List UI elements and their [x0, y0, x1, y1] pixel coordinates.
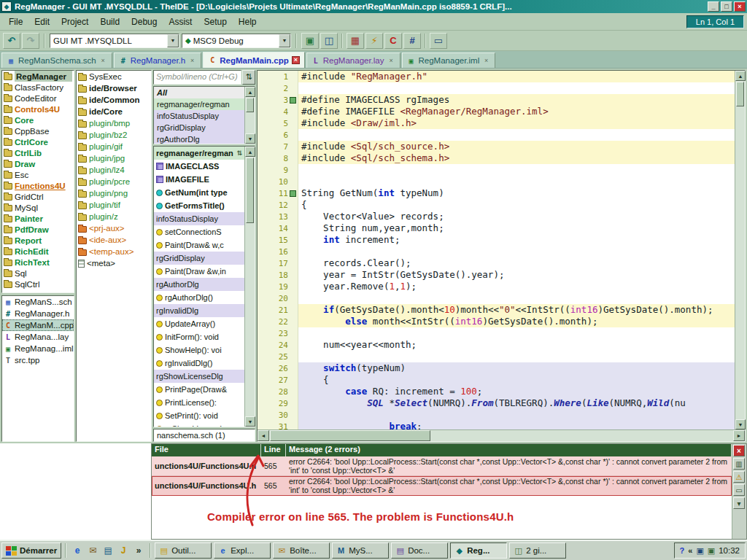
file-regmans-sch[interactable]: ▦RegManS...sch: [2, 296, 74, 308]
menu-debug[interactable]: Debug: [125, 15, 163, 29]
symbol-printpage-draw[interactable]: PrintPage(Draw&: [154, 383, 244, 396]
uses-sysexec[interactable]: SysExec: [77, 71, 151, 82]
package-regmanager[interactable]: RegManager: [2, 71, 74, 82]
symbol-printlicense[interactable]: PrintLicense():: [154, 396, 244, 409]
line-gutter[interactable]: 11: [258, 187, 298, 199]
task-expl[interactable]: eExpl...: [214, 542, 271, 559]
uses-plugin-pcre[interactable]: plugin/pcre: [77, 176, 151, 187]
chevron-down-icon[interactable]: ▼: [279, 34, 290, 47]
tab-regmanager-h[interactable]: #RegManager.h×: [114, 52, 201, 68]
scrollbar-thumb[interactable]: [736, 82, 744, 106]
line-gutter[interactable]: 28: [258, 386, 298, 397]
uses-ide-common[interactable]: ide/Common: [77, 94, 151, 106]
symbol-getformstitle[interactable]: GetFormsTitle(): [154, 199, 244, 212]
code-line[interactable]: 15 int increment;: [258, 234, 735, 246]
package-core[interactable]: Core: [2, 114, 74, 125]
symbol-setconnections[interactable]: setConnectionS: [154, 225, 244, 238]
package-ctrllib[interactable]: CtrlLib: [2, 147, 74, 158]
package-codeeditor[interactable]: CodeEditor: [2, 93, 74, 104]
task-mys[interactable]: MMyS...: [332, 542, 389, 559]
menu-edit[interactable]: Edit: [28, 15, 55, 29]
symbol-rgshowlicensel[interactable]: rgShowLicenseL: [154, 422, 244, 427]
file-regmana-lay[interactable]: LRegMana...lay: [2, 331, 74, 343]
tab-regmanschema-sch[interactable]: ▦RegManSchema.sch×: [1, 52, 112, 68]
scrollbar-thumb[interactable]: [246, 98, 254, 112]
scroll-up-icon[interactable]: ▲: [245, 87, 255, 97]
task-boite[interactable]: ✉Boîte...: [273, 542, 330, 559]
symbol-paint-draw-w-in[interactable]: Paint(Draw &w,in: [154, 265, 244, 278]
task-reg[interactable]: ◆Reg...: [450, 542, 507, 559]
symbol-setprint-void[interactable]: SetPrint(): void: [154, 409, 244, 422]
close-tab-icon[interactable]: ×: [482, 57, 490, 65]
build-method-combo[interactable]: ◆ MSC9 Debug ▼: [182, 34, 291, 48]
display-tray-icon[interactable]: ▣: [696, 546, 703, 556]
network-tray-icon[interactable]: ▣: [708, 546, 715, 556]
line-gutter[interactable]: 3: [258, 94, 298, 106]
line-gutter[interactable]: 25: [258, 351, 298, 362]
editor-lines[interactable]: 1#include "RegManager.h"23#define IMAGEC…: [258, 71, 735, 429]
package-pdfdraw[interactable]: PdfDraw: [2, 224, 74, 235]
error-row[interactable]: unctions4U/Functions4U.h565error C2664: …: [152, 476, 732, 496]
close-panel-icon[interactable]: ×: [733, 445, 745, 456]
desktop-quicklaunch-icon[interactable]: ▤: [101, 543, 115, 558]
line-gutter[interactable]: 29: [258, 397, 298, 409]
line-gutter[interactable]: 1: [258, 71, 298, 82]
scroll-down-icon[interactable]: ▼: [245, 133, 255, 144]
uses-plugin-bz2[interactable]: plugin/bz2: [77, 129, 151, 141]
uses-plugin-tif[interactable]: plugin/tif: [77, 199, 151, 211]
scroll-down-icon[interactable]: ▼: [245, 416, 255, 427]
line-gutter[interactable]: 26: [258, 362, 298, 374]
mail-quicklaunch-icon[interactable]: ✉: [85, 543, 100, 558]
package-gridctrl[interactable]: GridCtrl: [2, 191, 74, 202]
package-richtext[interactable]: RichText: [2, 257, 74, 268]
code-line[interactable]: 9: [258, 164, 735, 176]
task-2gi[interactable]: ◫2 gi...: [509, 542, 566, 559]
main-package-combo[interactable]: GUI MT .MYSQLDLL ▼: [50, 34, 179, 48]
copy-errors-icon[interactable]: ▥: [733, 458, 745, 470]
code-line[interactable]: 4#define IMAGEFILE <RegManager/RegManage…: [258, 106, 735, 117]
scope-infostatusdisplay[interactable]: infoStatusDisplay: [154, 110, 244, 122]
code-line[interactable]: 6: [258, 129, 735, 141]
line-gutter[interactable]: 20: [258, 292, 298, 304]
scroll-right-icon[interactable]: ►: [733, 430, 745, 441]
code-browser-icon[interactable]: ◫: [320, 33, 338, 49]
scrollbar-thumb[interactable]: [270, 430, 430, 441]
code-line[interactable]: 1#include "RegManager.h": [258, 71, 735, 82]
line-gutter[interactable]: 17: [258, 257, 298, 269]
uses-plugin-gif[interactable]: plugin/gif: [77, 141, 151, 152]
console-output-icon[interactable]: ▭: [733, 484, 745, 496]
compile-c-icon[interactable]: C: [384, 33, 402, 49]
line-gutter[interactable]: 7: [258, 141, 298, 152]
menu-build[interactable]: Build: [94, 15, 125, 29]
redo-icon[interactable]: ↷: [22, 33, 39, 49]
console-window-icon[interactable]: ▭: [430, 33, 447, 49]
build-icon[interactable]: ▦: [347, 33, 364, 49]
editor-hscrollbar[interactable]: ◄ ►: [258, 429, 745, 441]
code-line[interactable]: 3#define IMAGECLASS rgImages: [258, 94, 735, 106]
symbol-paint-draw-w-c[interactable]: Paint(Draw& w,c: [154, 238, 244, 252]
symbol-showhelp-voi[interactable]: ShowHelp(): voi: [154, 343, 244, 357]
code-line[interactable]: 28 case RQ: increment = 100;: [258, 386, 735, 397]
line-gutter[interactable]: 10: [258, 176, 298, 187]
file-src-tpp[interactable]: Tsrc.tpp: [2, 354, 74, 366]
symbol-regmanager-regman[interactable]: regmanager/regman⇅: [154, 147, 244, 160]
sort-button[interactable]: ⇅: [242, 70, 255, 85]
scope-scrollbar[interactable]: ▲ ▼: [244, 87, 255, 144]
package-functions4u[interactable]: Functions4U: [2, 180, 74, 191]
code-line[interactable]: 20: [258, 292, 735, 304]
uses-temp-aux[interactable]: <temp-aux>: [77, 246, 151, 257]
line-gutter[interactable]: 23: [258, 327, 298, 339]
symbol-rgauthordlg[interactable]: rgAuthorDlg: [154, 278, 244, 291]
code-line[interactable]: 2: [258, 82, 735, 94]
uses-plugin-jpg[interactable]: plugin/jpg: [77, 152, 151, 164]
line-gutter[interactable]: 8: [258, 152, 298, 164]
symbol-infostatusdisplay[interactable]: infoStatusDisplay: [154, 212, 244, 225]
chevron-down-icon[interactable]: ▼: [167, 34, 179, 47]
file-regmanager-h[interactable]: #RegManager.h: [2, 308, 74, 319]
scrollbar-thumb[interactable]: [246, 158, 254, 223]
uses-prj-aux[interactable]: <prj-aux>: [77, 222, 151, 234]
code-line[interactable]: 16: [258, 246, 735, 257]
scroll-left-icon[interactable]: ◄: [258, 430, 269, 441]
editor-vscrollbar[interactable]: ▲ ▼: [735, 71, 745, 429]
line-gutter[interactable]: 9: [258, 164, 298, 176]
